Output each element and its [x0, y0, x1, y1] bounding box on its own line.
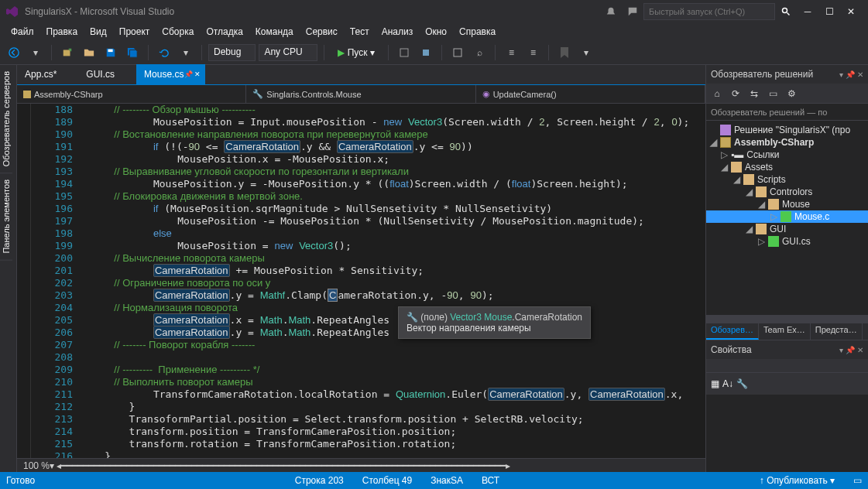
svg-rect-5	[423, 50, 429, 56]
menu-team[interactable]: Команда	[249, 25, 300, 39]
notifications-icon[interactable]	[602, 2, 620, 21]
nav-back-button[interactable]	[5, 43, 23, 62]
status-col: Столбец 49	[362, 475, 412, 486]
menu-window[interactable]: Окно	[419, 25, 453, 39]
menu-help[interactable]: Справка	[453, 25, 502, 39]
menu-view[interactable]: Вид	[84, 25, 113, 39]
menu-file[interactable]: Файл	[5, 25, 40, 39]
status-flag-icon[interactable]: ▭	[853, 475, 862, 486]
toolbox-tab[interactable]: Панель элементов	[0, 173, 12, 261]
prop-cat-icon[interactable]: ▦	[711, 378, 719, 389]
controlors-node[interactable]: ◢Controlors	[706, 186, 868, 198]
refresh-icon[interactable]: ⟳	[728, 86, 743, 101]
solution-search[interactable]: Обозреватель решений — по	[706, 104, 868, 121]
ptab-team[interactable]: Team Ex…	[759, 323, 811, 340]
svg-rect-2	[63, 50, 70, 56]
status-ready: Готово	[6, 475, 35, 486]
search-icon[interactable]	[777, 2, 795, 21]
properties-toolbar: ▦ A↓ 🔧	[706, 373, 868, 395]
svg-rect-3	[108, 49, 113, 52]
menu-edit[interactable]: Правка	[40, 25, 84, 39]
zoom-bar[interactable]: 100 % ▾ ◂━━━━━━━━━━━━━━━━━━━━━━━━━━━━━━━…	[17, 458, 705, 472]
scripts-node[interactable]: ◢Scripts	[706, 173, 868, 186]
maximize-button[interactable]: ☐	[818, 2, 840, 21]
minimize-button[interactable]: ─	[797, 2, 818, 21]
menu-project[interactable]: Проект	[113, 25, 156, 39]
collapse-icon[interactable]: ▭	[765, 86, 781, 101]
server-explorer-tab[interactable]: Обозреватель серверов	[0, 65, 12, 173]
comment-icon[interactable]: ≡	[502, 43, 520, 62]
ptab-explorer[interactable]: Обозрев…	[706, 323, 759, 340]
context-project[interactable]: Assembly-CSharp	[17, 85, 246, 103]
home-icon[interactable]: ⌂	[709, 86, 725, 101]
svg-point-1	[9, 47, 19, 56]
context-member[interactable]: ◉UpdateCamera()	[476, 85, 705, 103]
prop-alpha-icon[interactable]: A↓	[722, 378, 733, 389]
menu-analyze[interactable]: Анализ	[376, 25, 420, 39]
svg-rect-6	[454, 49, 461, 56]
menu-tools[interactable]: Сервис	[300, 25, 344, 39]
properties-header: Свойства▾ 📌 ✕	[706, 340, 868, 359]
tab-app[interactable]: App.cs*	[17, 64, 78, 84]
intellisense-tooltip: 🔧 (поле) Vector3 Mouse.CameraRotation Ве…	[398, 306, 591, 339]
status-publish[interactable]: ↑ Опубликовать ▾	[760, 475, 835, 486]
tab-mouse[interactable]: Mouse.cs	[136, 64, 205, 84]
bookmark2-icon[interactable]: ▾	[577, 43, 595, 62]
browser-icon[interactable]	[448, 43, 467, 62]
nav-fwd-button[interactable]: ▾	[26, 43, 45, 62]
menubar: Файл Правка Вид Проект Сборка Отладка Ко…	[0, 23, 868, 40]
solution-toolbar: ⌂ ⟳ ⇆ ▭ ⚙	[706, 84, 868, 104]
gui-file-node[interactable]: ▷GUI.cs	[706, 235, 868, 248]
solution-tree[interactable]: Решение "SingularisX" (про ◢Assembly-CSh…	[706, 121, 868, 315]
quick-launch-input[interactable]	[643, 3, 775, 20]
mouse-file-node[interactable]: ▷Mouse.c	[706, 210, 868, 223]
window-title: SingularisX - Microsoft Visual Studio	[25, 6, 174, 17]
status-ins: ВСТ	[482, 475, 499, 486]
open-file-icon[interactable]	[80, 43, 98, 62]
vs-logo-icon	[6, 5, 19, 18]
assets-node[interactable]: ◢Assets	[706, 161, 868, 173]
editor-tabs: App.cs* GUI.cs Mouse.cs	[17, 65, 705, 85]
status-line: Строка 203	[295, 475, 344, 486]
new-project-icon[interactable]	[58, 43, 77, 62]
svg-rect-4	[400, 49, 408, 56]
gui-folder-node[interactable]: ◢GUI	[706, 223, 868, 235]
save-all-icon[interactable]	[123, 43, 142, 62]
status-char: ЗнакSA	[431, 475, 463, 486]
menu-debug[interactable]: Отладка	[200, 25, 249, 39]
context-bar: Assembly-CSharp 🔧Singlaris.Controls.Mous…	[17, 85, 705, 104]
platform-dropdown[interactable]: Any CPU	[259, 44, 317, 61]
bookmark-icon[interactable]	[555, 43, 574, 62]
svg-point-0	[783, 9, 787, 13]
solution-explorer-header: Обозреватель решений▾ 📌 ✕	[706, 65, 868, 84]
mouse-folder-node[interactable]: ◢Mouse	[706, 198, 868, 210]
tab-gui[interactable]: GUI.cs	[78, 64, 136, 84]
properties-icon[interactable]: ⚙	[784, 86, 799, 101]
step-icon[interactable]	[395, 43, 413, 62]
toolbar: ▾ ▾ Debug Any CPU ▶Пуск▾ ⌕ ≡ ≡ ▾	[0, 40, 868, 65]
code-editor[interactable]: 188 189 190 191 192 193 194 195 196 197 …	[17, 104, 705, 458]
panel-tabs: Обозрев… Team Ex… Предста…	[706, 323, 868, 340]
project-node[interactable]: ◢Assembly-CSharp	[706, 136, 868, 149]
config-dropdown[interactable]: Debug	[208, 44, 256, 61]
proc-icon[interactable]	[417, 43, 435, 62]
menu-test[interactable]: Тест	[344, 25, 376, 39]
feedback-icon[interactable]	[623, 2, 642, 21]
solution-root[interactable]: Решение "SingularisX" (про	[706, 124, 868, 136]
menu-build[interactable]: Сборка	[156, 25, 200, 39]
undo-icon[interactable]	[155, 43, 173, 62]
statusbar: Готово Строка 203 Столбец 49 ЗнакSA ВСТ …	[0, 472, 868, 489]
save-icon[interactable]	[101, 43, 120, 62]
prop-wrench-icon[interactable]: 🔧	[736, 378, 748, 389]
left-tool-rail: Обозреватель серверов Панель элементов	[0, 65, 17, 472]
titlebar: SingularisX - Microsoft Visual Studio ─ …	[0, 0, 868, 23]
close-button[interactable]: ✕	[840, 2, 862, 21]
sync-icon[interactable]: ⇆	[746, 86, 762, 101]
find-icon[interactable]: ⌕	[470, 43, 489, 62]
redo-icon[interactable]: ▾	[177, 43, 195, 62]
ptab-view[interactable]: Предста…	[811, 323, 863, 340]
start-button[interactable]: ▶Пуск▾	[331, 45, 383, 60]
context-type[interactable]: 🔧Singlaris.Controls.Mouse	[246, 85, 475, 103]
uncomment-icon[interactable]: ≡	[523, 43, 542, 62]
refs-node[interactable]: ▷▪▬Ссылки	[706, 149, 868, 161]
